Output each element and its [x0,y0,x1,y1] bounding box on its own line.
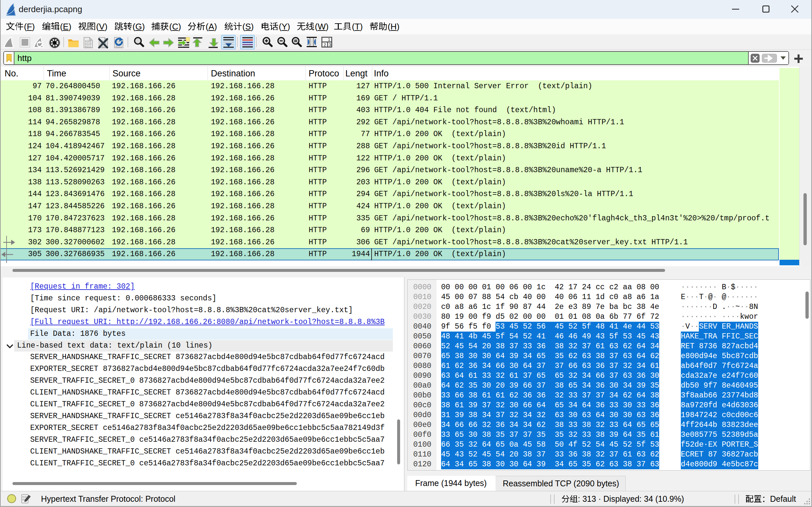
svg-text:3: 3 [329,43,331,47]
svg-text:2: 2 [324,43,326,47]
svg-text:1: 1 [328,37,330,42]
svg-text:0111: 0111 [85,45,92,48]
